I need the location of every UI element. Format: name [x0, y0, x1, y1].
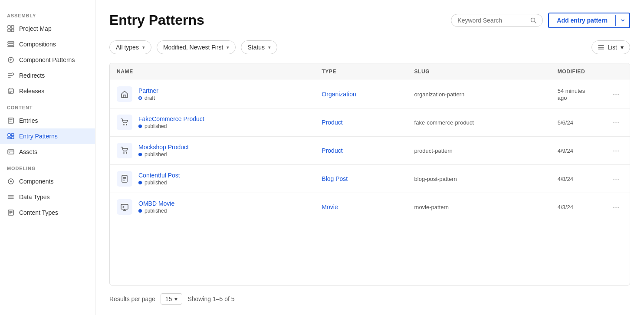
search-input[interactable] [457, 17, 527, 24]
sidebar-item-label: Releases [19, 88, 44, 95]
redirects-icon [7, 72, 15, 79]
type-link[interactable]: Movie [322, 203, 338, 210]
sidebar-item-releases[interactable]: Releases [0, 83, 95, 99]
filter-sort[interactable]: Modified, Newest First ▾ [157, 40, 236, 54]
add-entry-pattern-button[interactable]: Add entry pattern [548, 13, 630, 28]
sidebar-item-entry-patterns[interactable]: Entry Patterns [0, 128, 95, 144]
table-row: Mockshop Product published Product produ… [110, 137, 630, 165]
search-input-wrap[interactable] [451, 14, 543, 27]
cell-type: Product [315, 108, 407, 137]
per-page-select[interactable]: 15 ▾ [161, 293, 183, 305]
filter-status[interactable]: Status ▾ [241, 40, 277, 54]
content-section-label: CONTENT [0, 99, 95, 113]
svg-rect-2 [8, 29, 10, 32]
entry-name-link[interactable]: Contentful Post [138, 172, 180, 179]
row-actions-button[interactable]: ··· [609, 201, 623, 213]
sidebar: ASSEMBLY Project Map Compositions Compon… [0, 0, 95, 315]
doc-icon [117, 171, 132, 187]
cell-actions: ··· [602, 108, 630, 137]
chevron-down-icon: ▾ [174, 295, 177, 302]
row-actions-button[interactable]: ··· [609, 173, 623, 185]
entry-name-link[interactable]: OMBD Movie [138, 200, 174, 207]
cell-slug: movie-pattern [407, 193, 551, 221]
type-link[interactable]: Product [322, 119, 342, 126]
cell-actions: ··· [602, 137, 630, 165]
entry-name-link[interactable]: Partner [138, 87, 158, 94]
cell-actions: ··· [602, 80, 630, 108]
svg-rect-24 [121, 204, 128, 209]
entries-icon [7, 117, 15, 125]
type-link[interactable]: Blog Post [322, 175, 348, 182]
cell-modified: 4/8/24 [551, 165, 602, 193]
slug-text: movie-pattern [414, 204, 449, 210]
sidebar-item-data-types[interactable]: Data Types [0, 189, 95, 205]
components-icon [7, 177, 15, 185]
sidebar-item-label: Entries [19, 117, 38, 124]
cell-type: Organization [315, 80, 407, 108]
cell-name: Mockshop Product published [110, 137, 315, 165]
table-header: NAME TYPE SLUG MODIFIED [110, 63, 630, 80]
sidebar-item-component-patterns[interactable]: Component Patterns [0, 52, 95, 68]
svg-rect-11 [8, 137, 10, 139]
svg-point-22 [126, 152, 127, 154]
svg-rect-10 [11, 134, 14, 136]
entry-name-link[interactable]: Mockshop Product [138, 144, 189, 151]
sidebar-item-project-map[interactable]: Project Map [0, 21, 95, 36]
showing-label: Showing 1–5 of 5 [187, 295, 234, 302]
content-types-icon [7, 209, 15, 217]
svg-rect-9 [8, 134, 10, 136]
sidebar-item-label: Project Map [19, 25, 52, 32]
modeling-section-label: MODELING [0, 160, 95, 174]
entry-patterns-icon [7, 132, 15, 140]
per-page-value: 15 [165, 295, 172, 302]
row-actions-button[interactable]: ··· [609, 88, 623, 101]
header-actions: Add entry pattern [451, 13, 630, 28]
add-entry-pattern-dropdown[interactable] [615, 15, 629, 26]
sidebar-item-label: Assets [19, 148, 37, 155]
search-icon [530, 17, 536, 23]
status-row: published [138, 123, 204, 129]
sidebar-item-label: Entry Patterns [19, 133, 58, 140]
slug-text: blog-post-pattern [414, 176, 457, 182]
releases-icon [7, 87, 15, 95]
table-body: Partner draft Organization organization-… [110, 80, 630, 221]
sidebar-item-content-types[interactable]: Content Types [0, 205, 95, 220]
svg-rect-3 [11, 29, 14, 32]
modified-text: 5/6/24 [558, 119, 573, 126]
modified-text: 4/9/24 [558, 148, 573, 154]
svg-rect-12 [11, 137, 14, 139]
cell-slug: organization-pattern [407, 80, 551, 108]
type-link[interactable]: Organization [322, 91, 356, 98]
cell-modified: 54 minutes ago [551, 80, 602, 108]
cart-icon [117, 115, 132, 130]
sidebar-item-label: Redirects [19, 72, 45, 79]
status-dot [138, 181, 142, 184]
assembly-section-label: ASSEMBLY [0, 7, 95, 21]
row-actions-button[interactable]: ··· [609, 144, 623, 157]
col-slug: SLUG [407, 63, 551, 80]
col-name: NAME [110, 63, 315, 80]
entry-patterns-table: NAME TYPE SLUG MODIFIED Partner draft [109, 63, 630, 285]
chevron-down-icon: ▾ [268, 45, 271, 50]
filter-type[interactable]: All types ▾ [109, 40, 151, 54]
cell-name: Contentful Post published [110, 165, 315, 193]
sidebar-item-label: Compositions [19, 41, 56, 48]
cell-type: Blog Post [315, 165, 407, 193]
cell-actions: ··· [602, 165, 630, 193]
sidebar-item-components[interactable]: Components [0, 174, 95, 189]
sidebar-item-compositions[interactable]: Compositions [0, 36, 95, 52]
status-label: published [145, 151, 167, 158]
type-link[interactable]: Product [322, 147, 342, 154]
view-toggle[interactable]: List ▾ [591, 40, 630, 54]
svg-point-16 [10, 180, 12, 182]
add-entry-pattern-main[interactable]: Add entry pattern [549, 13, 615, 27]
cell-modified: 5/6/24 [551, 108, 602, 137]
sidebar-item-assets[interactable]: Assets [0, 144, 95, 160]
sidebar-item-label: Data Types [19, 194, 50, 200]
sidebar-item-redirects[interactable]: Redirects [0, 68, 95, 83]
sidebar-item-entries[interactable]: Entries [0, 113, 95, 128]
name-info: Contentful Post published [138, 172, 180, 186]
chevron-down-icon: ▾ [142, 45, 145, 50]
entry-name-link[interactable]: FakeCommerce Product [138, 115, 204, 122]
row-actions-button[interactable]: ··· [609, 116, 623, 129]
